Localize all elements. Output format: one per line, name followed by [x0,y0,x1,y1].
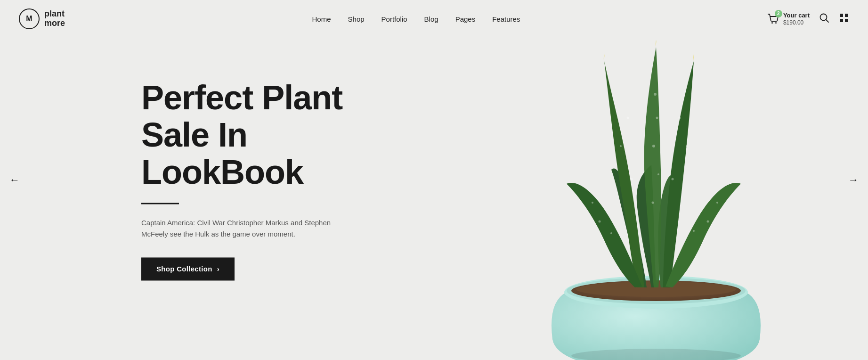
svg-point-22 [631,178,633,180]
svg-point-26 [592,202,593,204]
svg-point-13 [656,117,658,119]
plant-illustration [416,0,868,360]
svg-point-0 [771,22,773,24]
navbar: M plant more Home Shop Portfolio Blog Pa… [0,0,868,38]
cart-price: $190.00 [783,19,810,26]
svg-rect-5 [840,19,843,22]
logo-text: plant more [44,9,65,28]
svg-rect-6 [845,19,848,22]
hero-title: Perfect Plant Sale In LookBook [141,79,414,191]
svg-point-19 [672,178,674,180]
search-icon[interactable] [819,13,829,25]
svg-rect-4 [845,14,848,17]
arrow-right-icon: › [217,265,219,273]
cta-label: Shop Collection [156,265,212,273]
cart-label: Your cart $190.00 [783,12,810,26]
svg-point-24 [707,221,709,223]
nav-features[interactable]: Features [492,15,520,23]
nav-right: 2 Your cart $190.00 [767,12,849,26]
svg-point-17 [679,117,681,119]
svg-point-27 [599,221,601,223]
next-arrow[interactable]: → [848,174,859,186]
svg-point-25 [693,230,695,232]
logo[interactable]: M plant more [19,8,65,29]
grid-icon[interactable] [839,13,849,25]
cart-title: Your cart [783,12,810,19]
shop-collection-button[interactable]: Shop Collection › [141,258,235,281]
nav-shop[interactable]: Shop [348,15,365,23]
logo-monogram: M [19,8,40,29]
hero-description: Captain America: Civil War Christopher M… [141,217,349,241]
svg-point-1 [775,22,777,24]
nav-pages[interactable]: Pages [455,15,476,23]
svg-point-23 [716,202,718,204]
nav-links: Home Shop Portfolio Blog Pages Features [312,15,520,23]
cart-badge: 2 [775,10,782,17]
cart-button[interactable]: 2 Your cart $190.00 [767,12,810,26]
svg-point-18 [686,145,688,147]
svg-rect-3 [840,14,843,17]
prev-arrow[interactable]: ← [9,174,20,186]
nav-blog[interactable]: Blog [424,15,438,23]
hero-image [416,0,868,360]
nav-portfolio[interactable]: Portfolio [381,15,407,23]
svg-point-16 [652,202,654,204]
cart-icon-wrap: 2 [767,13,779,25]
hero-section: M plant more Home Shop Portfolio Blog Pa… [0,0,868,360]
hero-content: Perfect Plant Sale In LookBook Captain A… [141,79,414,280]
svg-point-14 [652,145,655,147]
nav-home[interactable]: Home [312,15,331,23]
svg-point-15 [657,173,659,175]
svg-point-28 [610,232,612,234]
svg-point-12 [654,93,657,96]
svg-point-21 [620,145,622,147]
svg-point-20 [627,117,629,119]
hero-divider [141,203,179,204]
